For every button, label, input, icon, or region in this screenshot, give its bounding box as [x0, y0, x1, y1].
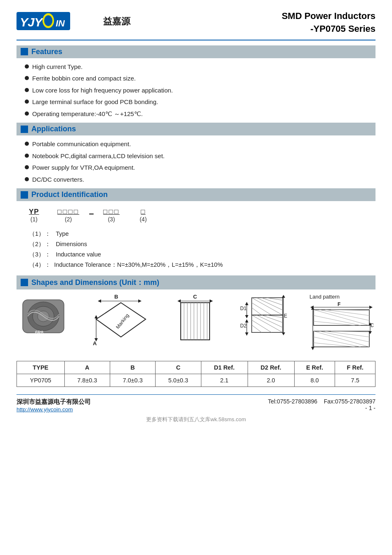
table-header-type: TYPE: [17, 361, 65, 374]
list-item: Operating temperature:-40℃ ～+125℃.: [25, 109, 375, 119]
table-cell-c: 5.0±0.3: [156, 374, 201, 387]
table-cell-f: 7.5: [335, 374, 375, 387]
table-header-b: B: [110, 361, 155, 374]
list-item: Large terminal surface for good PCB bond…: [25, 97, 375, 107]
svg-text:F: F: [338, 301, 340, 307]
svg-line-43: [252, 303, 272, 315]
product-title: SMD Power Inductors -YP0705 Series: [282, 10, 375, 36]
table-header-f: F Ref.: [335, 361, 375, 374]
product-id-title: Product Identification: [31, 190, 108, 199]
svg-marker-24: [210, 299, 213, 303]
svg-marker-54: [282, 295, 285, 298]
svg-text:D1: D1: [240, 306, 247, 311]
svg-marker-62: [369, 306, 373, 309]
logo-cn: 益嘉源: [103, 15, 130, 28]
svg-marker-15: [138, 299, 142, 303]
svg-text:Y: Y: [34, 15, 44, 29]
svg-line-74: [319, 331, 369, 342]
list-item: Power supply for VTR,OA equipment.: [25, 163, 375, 173]
features-icon: [21, 48, 28, 55]
bullet-dot: [25, 111, 29, 116]
table-header-d2: D2 Ref.: [248, 361, 294, 374]
bullet-dot: [25, 76, 29, 80]
svg-line-78: [314, 343, 355, 347]
product-id-header: Product Identification: [17, 188, 375, 201]
svg-text:B: B: [114, 294, 118, 300]
svg-marker-85: [311, 347, 314, 350]
table-cell-d2: 2.0: [248, 374, 294, 387]
features-list: High current Type. Ferrite bobbin core a…: [25, 62, 375, 119]
shapes-icon: [21, 279, 28, 286]
svg-marker-82: [368, 331, 372, 334]
table-header-e: E Ref.: [294, 361, 335, 374]
bullet-dot: [25, 100, 29, 104]
land-pattern-svg: F D2: [309, 301, 373, 355]
pid-part-1: YP (1): [29, 208, 39, 223]
svg-rect-25: [181, 303, 210, 340]
inductor-svg: 6R8: [19, 294, 68, 339]
diamond-svg: B Marking A: [89, 294, 153, 347]
applications-header: Applications: [17, 123, 375, 135]
svg-text:A: A: [93, 340, 97, 346]
table-header-d1: D1 Ref.: [201, 361, 248, 374]
applications-icon: [21, 126, 28, 133]
footer-fax: Fax:0755-27803897: [324, 398, 375, 405]
svg-line-51: [252, 325, 262, 332]
svg-text:D2: D2: [240, 323, 247, 329]
header: Y J Y IN 益嘉源 SMD Power Inductors -YP0705…: [17, 10, 375, 36]
bullet-dot: [25, 142, 29, 146]
logo-svg: Y J Y IN: [17, 10, 99, 33]
pid-desc-4: （4）： Inductance Tolerance：N=±30%,M=±20%，…: [29, 261, 375, 269]
svg-point-5: [44, 15, 52, 26]
svg-text:IN: IN: [56, 18, 65, 28]
pid-part-3: □□□ (3): [103, 208, 120, 223]
bullet-dot: [25, 177, 29, 181]
footer: 深圳市益嘉源电子有限公司 http://www.yjycoin.com Tel:…: [17, 394, 375, 413]
svg-text:E: E: [284, 313, 287, 319]
svg-line-65: [314, 310, 369, 325]
svg-line-73: [314, 331, 369, 347]
bullet-dot: [25, 154, 29, 158]
page: Y J Y IN 益嘉源 SMD Power Inductors -YP0705…: [0, 0, 392, 555]
list-item: Low core loss for high frequency power a…: [25, 86, 375, 95]
product-id-icon: [21, 191, 28, 199]
pid-desc-1: （1）： Type: [29, 230, 375, 238]
cross-section-diagram: C: [171, 294, 221, 347]
website-link[interactable]: http://www.yjycoin.com: [17, 406, 73, 413]
list-item: Notebook PC,digital carmera,LCD televisi…: [25, 152, 375, 161]
svg-marker-55: [282, 332, 285, 335]
list-item: Ferrite bobbin core and compact size.: [25, 74, 375, 83]
applications-list: Portable communication equipment. Notebo…: [25, 140, 375, 184]
svg-line-42: [267, 298, 283, 300]
footer-right: Tel:0755-27803896 Fax:0755-27803897 - 1 …: [268, 398, 375, 411]
svg-line-44: [252, 308, 262, 315]
pid-part-4: □ (4): [139, 208, 146, 223]
svg-line-50: [252, 320, 272, 332]
svg-text:6R8: 6R8: [35, 330, 43, 335]
features-title: Features: [31, 47, 62, 56]
svg-marker-37: [245, 315, 248, 318]
shapes-header: Shapes and Dimensions (Unit：mm): [17, 275, 375, 289]
bullet-dot: [25, 165, 29, 169]
pid-part-2: □□□□ (2): [57, 208, 79, 223]
side-view-svg: D1: [239, 294, 291, 347]
bullet-dot: [25, 64, 29, 69]
pid-desc-3: （3）： Inductance value: [29, 251, 375, 259]
table-header-a: A: [64, 361, 110, 374]
pid-desc-2: （2）： Dimensions: [29, 240, 375, 248]
table-cell-type: YP0705: [17, 374, 65, 387]
header-divider: [17, 40, 375, 40]
logo-area: Y J Y IN 益嘉源: [17, 10, 130, 33]
svg-text:C: C: [193, 294, 197, 300]
bullet-dot: [25, 88, 29, 92]
shapes-title: Shapes and Dimensions (Unit：mm): [31, 278, 159, 287]
svg-marker-23: [177, 299, 181, 303]
cross-section-svg: C: [173, 294, 219, 347]
table-row: YP0705 7.8±0.3 7.0±0.3 5.0±0.3 2.1 2.0 8…: [17, 374, 375, 387]
svg-text:Marking: Marking: [115, 313, 130, 330]
svg-line-49: [267, 315, 283, 318]
svg-marker-14: [98, 299, 101, 303]
list-item: High current Type.: [25, 62, 375, 72]
dimensions-table: TYPE A B C D1 Ref. D2 Ref. E Ref. F Ref.…: [17, 361, 375, 387]
applications-title: Applications: [31, 125, 76, 133]
